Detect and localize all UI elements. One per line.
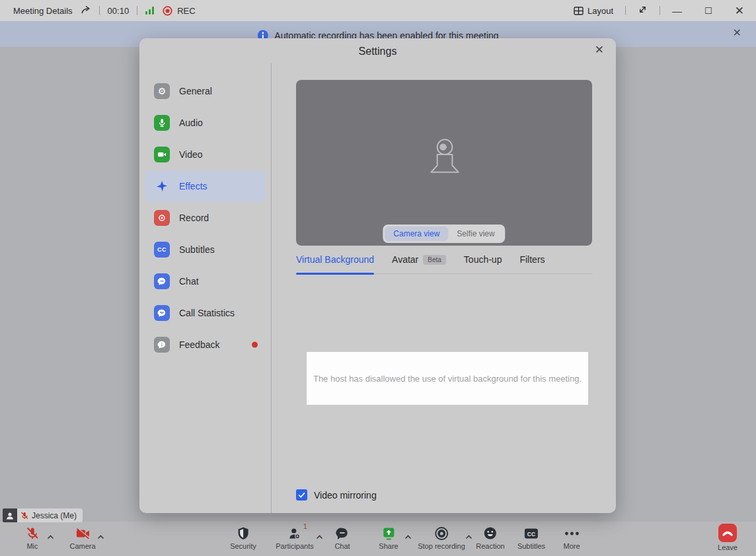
close-window-button[interactable]: ✕	[735, 5, 744, 17]
sidebar-item-label: General	[179, 86, 212, 96]
tab-filters[interactable]: Filters	[519, 254, 545, 273]
minimize-button[interactable]: —	[672, 6, 682, 16]
network-signal-icon	[145, 7, 154, 15]
chat-icon	[336, 526, 350, 541]
video-mirroring-label: Video mirroring	[314, 490, 377, 501]
reaction-button[interactable]: Reaction	[476, 526, 504, 550]
share-screen-icon	[381, 526, 396, 541]
stop-recording-icon	[434, 526, 449, 541]
sidebar-item-effects[interactable]: Effects	[145, 170, 266, 202]
titlebar-divider	[625, 6, 626, 15]
stop-recording-options-chevron[interactable]	[465, 530, 472, 542]
camera-label: Camera	[69, 542, 95, 550]
titlebar-divider	[137, 6, 137, 15]
sidebar-item-general[interactable]: ⚙ General	[145, 75, 266, 107]
tab-label: Virtual Background	[296, 254, 374, 265]
view-toggle: Camera view Selfie view	[383, 225, 505, 243]
camera-view-toggle[interactable]: Camera view	[385, 226, 448, 241]
gear-icon: ⚙	[154, 83, 170, 99]
meeting-details-label[interactable]: Meeting Details	[13, 6, 73, 16]
participants-button[interactable]: 1 Participants	[276, 526, 313, 550]
participants-options-chevron[interactable]	[316, 530, 323, 542]
feedback-bubble-icon	[154, 337, 170, 353]
video-camera-icon	[154, 147, 170, 162]
tab-label: Filters	[519, 254, 545, 265]
cc-icon: CC	[154, 242, 170, 258]
rec-dot-icon	[162, 5, 173, 17]
banner-close-icon[interactable]: ✕	[733, 28, 741, 38]
participants-icon: 1	[287, 526, 302, 541]
shield-icon	[237, 526, 250, 541]
stats-bubble-icon	[154, 305, 170, 321]
titlebar: Meeting Details 00:10 REC Layout	[0, 0, 756, 21]
camera-options-chevron[interactable]	[97, 530, 104, 542]
mic-options-chevron[interactable]	[47, 530, 54, 542]
avatar-icon	[3, 508, 17, 522]
sidebar-item-feedback[interactable]: Feedback	[145, 329, 266, 361]
mic-button[interactable]: Mic	[25, 526, 40, 550]
layout-button[interactable]: Layout	[574, 6, 613, 16]
tab-label: Avatar	[392, 254, 418, 265]
video-mirroring-checkbox[interactable]	[296, 489, 307, 501]
selfie-view-toggle[interactable]: Selfie view	[448, 226, 503, 241]
reaction-label: Reaction	[476, 542, 504, 550]
sidebar-item-chat[interactable]: Chat	[145, 265, 266, 297]
camera-preview: Camera view Selfie view	[296, 80, 592, 246]
sidebar-item-audio[interactable]: Audio	[145, 107, 266, 139]
maximize-button[interactable]: ☐	[704, 7, 712, 15]
sidebar-item-label: Record	[179, 213, 209, 223]
svg-text:CC: CC	[527, 530, 535, 537]
tab-virtual-background[interactable]: Virtual Background	[296, 254, 374, 273]
video-mirroring-row: Video mirroring	[296, 489, 377, 501]
sidebar-item-video[interactable]: Video	[145, 139, 266, 170]
sidebar-item-label: Video	[179, 149, 203, 160]
muted-mic-icon	[25, 526, 40, 541]
chat-button[interactable]: Chat	[334, 526, 350, 550]
stop-recording-label: Stop recording	[418, 542, 465, 550]
subtitles-button[interactable]: CC Subtitles	[517, 526, 545, 550]
effects-tabs: Virtual Background AvatarBeta Touch-up F…	[296, 254, 593, 274]
chat-label: Chat	[334, 542, 350, 550]
participants-count: 1	[303, 522, 307, 530]
stop-recording-button[interactable]: Stop recording	[418, 526, 465, 550]
leave-label: Leave	[718, 543, 737, 551]
cc-icon: CC	[524, 526, 539, 541]
webcam-placeholder-icon	[422, 133, 466, 179]
settings-dialog: Settings ✕ ⚙ General Audio Video	[139, 38, 616, 513]
tab-touch-up[interactable]: Touch-up	[464, 254, 502, 273]
layout-label: Layout	[587, 6, 613, 16]
notification-dot	[252, 342, 258, 348]
sidebar-item-label: Feedback	[179, 339, 219, 350]
sidebar-item-label: Audio	[179, 118, 203, 128]
tab-label: Touch-up	[464, 254, 502, 265]
sparkle-icon	[154, 178, 170, 194]
settings-close-icon[interactable]: ✕	[595, 44, 604, 55]
more-dots-icon	[564, 526, 580, 541]
layout-grid-icon	[574, 7, 584, 15]
rec-label: REC	[177, 6, 195, 16]
share-meeting-icon[interactable]	[81, 5, 91, 17]
security-button[interactable]: Security	[230, 526, 256, 550]
sidebar-item-call-statistics[interactable]: Call Statistics	[145, 297, 266, 329]
share-options-chevron[interactable]	[404, 530, 412, 542]
sidebar-item-record[interactable]: Record	[145, 202, 266, 234]
smiley-icon	[483, 526, 497, 541]
chat-bubble-icon	[154, 273, 170, 289]
share-button[interactable]: Share	[379, 526, 398, 550]
tab-avatar[interactable]: AvatarBeta	[392, 254, 446, 273]
hangup-icon	[718, 524, 737, 542]
effects-panel: Camera view Selfie view Virtual Backgrou…	[272, 63, 616, 513]
camera-off-icon	[75, 526, 91, 541]
more-button[interactable]: More	[563, 526, 580, 550]
share-label: Share	[379, 542, 398, 550]
security-label: Security	[230, 542, 256, 550]
leave-button[interactable]: Leave	[718, 524, 737, 551]
sidebar-item-subtitles[interactable]: CC Subtitles	[145, 234, 266, 265]
host-disallowed-message: The host has disallowed the use of virtu…	[307, 352, 588, 405]
fullscreen-icon[interactable]	[638, 5, 648, 17]
camera-button[interactable]: Camera	[69, 526, 95, 550]
titlebar-divider	[99, 6, 100, 15]
settings-sidebar: ⚙ General Audio Video Effects	[139, 63, 272, 513]
settings-header: Settings ✕	[139, 38, 616, 63]
subtitles-label: Subtitles	[517, 542, 545, 550]
